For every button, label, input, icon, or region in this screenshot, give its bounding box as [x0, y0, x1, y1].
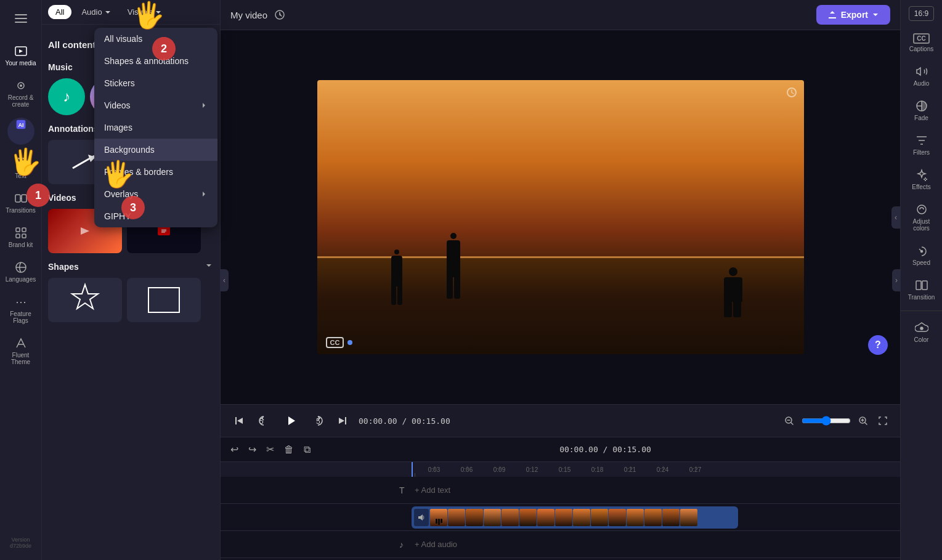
delete-button[interactable]: 🗑: [282, 442, 296, 458]
right-sidebar-fade[interactable]: Fade: [903, 94, 940, 126]
skip-to-end-button[interactable]: [334, 412, 351, 429]
left-sidebar: Your media Record & create AI T Text Tra…: [0, 0, 42, 560]
aspect-ratio-button[interactable]: 16:9: [909, 6, 934, 21]
shape-thumb-1[interactable]: [48, 278, 122, 322]
chevron-down-icon-2: [155, 9, 162, 16]
frame-10: [591, 509, 608, 526]
sidebar-item-feature-flags[interactable]: ⋯ Feature Flags: [2, 290, 39, 329]
cc-button-area[interactable]: CC: [326, 337, 353, 348]
sidebar-item-languages[interactable]: Languages: [2, 256, 39, 288]
add-audio-button[interactable]: + Add audio: [415, 540, 457, 549]
sidebar-item-record-create[interactable]: Record & create: [2, 74, 39, 113]
dropdown-images[interactable]: Images: [94, 116, 217, 139]
dropdown-frames-borders[interactable]: Frames & borders: [94, 161, 217, 183]
frame-6: [519, 509, 537, 526]
timeline-toolbar: ↩ ↪ ✂ 🗑 ⧉ 00:00.00 / 00:15.00: [221, 437, 900, 462]
main-area: My video Export: [221, 0, 900, 560]
music-thumb-1[interactable]: ♪: [48, 78, 85, 115]
time-separator: /: [402, 416, 412, 426]
sidebar-item-fluent-theme[interactable]: Fluent Theme: [2, 331, 39, 370]
fullscreen-button[interactable]: [875, 413, 890, 428]
filter-visuals-button[interactable]: Visuals: [121, 5, 169, 19]
sidebar-item-content-ai[interactable]: AI: [7, 118, 35, 145]
time-display: 00:00.00 / 00:15.00: [359, 416, 450, 426]
right-sidebar-transition[interactable]: Transition: [903, 274, 940, 306]
svg-rect-12: [16, 234, 20, 238]
frame-3: [466, 509, 483, 526]
music-section-title: Music: [48, 62, 73, 72]
right-sidebar-adjust-colors[interactable]: Adjust colors: [903, 198, 940, 237]
svg-point-26: [920, 327, 923, 330]
zoom-out-button[interactable]: [782, 413, 797, 428]
filter-all-button[interactable]: All: [48, 5, 71, 19]
frame-15: [680, 509, 697, 526]
right-sidebar-effects[interactable]: Effects: [903, 163, 940, 195]
timeline-current-time: 00:00.00: [559, 445, 598, 454]
svg-point-23: [920, 251, 922, 253]
video-background: CC: [317, 80, 804, 354]
add-text-button[interactable]: + Add text: [415, 485, 450, 495]
dropdown-giphy[interactable]: GIPHY: [94, 205, 217, 227]
svg-rect-25: [922, 281, 927, 290]
project-title: My video: [230, 10, 267, 20]
sidebar-item-your-media[interactable]: Your media: [2, 39, 39, 71]
export-button[interactable]: Export: [816, 5, 890, 25]
sidebar-item-brand-kit[interactable]: Brand kit: [2, 221, 39, 253]
forward-button[interactable]: 5: [309, 412, 327, 429]
shapes-section-title: Shapes: [48, 262, 79, 272]
dropdown-overlays[interactable]: Overlays: [94, 183, 217, 205]
visuals-filter-label: Visuals: [128, 7, 153, 17]
filter-audio-button[interactable]: Audio: [75, 5, 117, 19]
skip-to-start-button[interactable]: [230, 412, 248, 429]
speed-icon: [915, 244, 928, 258]
dropdown-backgrounds[interactable]: Backgrounds: [94, 139, 217, 161]
cut-button[interactable]: ✂: [264, 441, 277, 458]
right-sidebar-expand-btn[interactable]: ›: [892, 269, 901, 291]
right-sidebar-audio[interactable]: Audio: [903, 60, 940, 92]
zoom-in-button[interactable]: [856, 413, 871, 428]
sidebar-item-transitions[interactable]: Transitions: [2, 187, 39, 219]
sidebar-item-text[interactable]: T Text: [2, 150, 39, 184]
frame-12: [627, 509, 644, 526]
svg-rect-15: [148, 288, 179, 312]
redo-button[interactable]: ↪: [246, 441, 259, 458]
forward-icon: 5: [312, 415, 324, 427]
ruler-mark-7: 0:21: [614, 466, 646, 473]
help-bubble[interactable]: ?: [868, 335, 888, 355]
video-settings-icon[interactable]: [786, 86, 798, 101]
visuals-dropdown-menu: All visuals Shapes & annotations Sticker…: [94, 28, 217, 227]
sidebar-item-version: Version d72b9de: [2, 532, 39, 554]
rect-shape-icon: [145, 285, 182, 315]
top-bar-right: Export: [816, 5, 890, 25]
dropdown-videos[interactable]: Videos: [94, 94, 217, 116]
svg-rect-9: [22, 195, 26, 202]
skip-start-icon: [233, 415, 245, 427]
sidebar-label-text: Text: [15, 172, 26, 179]
shapes-see-more[interactable]: [204, 261, 214, 273]
dropdown-all-visuals[interactable]: All visuals: [94, 28, 217, 50]
svg-text:AI: AI: [18, 122, 23, 128]
video-track-clip[interactable]: [412, 506, 738, 529]
zoom-slider[interactable]: [802, 416, 851, 426]
timeline-time-center: 00:00.00 / 00:15.00: [559, 445, 651, 454]
undo-button[interactable]: ↩: [228, 441, 241, 458]
speed-label: Speed: [912, 259, 930, 266]
right-panel-collapse-btn[interactable]: ‹: [891, 206, 900, 229]
dropdown-shapes-annotations[interactable]: Shapes & annotations: [94, 50, 217, 72]
right-sidebar-filters[interactable]: Filters: [903, 129, 940, 161]
total-time: 00:15.00: [412, 416, 450, 426]
cc-button[interactable]: CC: [326, 337, 344, 348]
panel-collapse-button[interactable]: ‹: [220, 269, 229, 291]
hamburger-menu[interactable]: [9, 6, 33, 33]
video-preview: CC: [317, 80, 804, 354]
right-sidebar-speed[interactable]: Speed: [903, 239, 940, 271]
duplicate-button[interactable]: ⧉: [301, 442, 313, 458]
right-sidebar-color[interactable]: Color: [903, 316, 940, 348]
rewind-button[interactable]: 5: [255, 412, 272, 429]
shape-thumb-2[interactable]: [127, 278, 201, 322]
cc-indicator: [347, 340, 352, 345]
right-sidebar-captions[interactable]: CC Captions: [903, 28, 940, 57]
dropdown-stickers[interactable]: Stickers: [94, 72, 217, 94]
project-settings-icon[interactable]: [274, 9, 286, 21]
play-button[interactable]: [280, 410, 302, 432]
